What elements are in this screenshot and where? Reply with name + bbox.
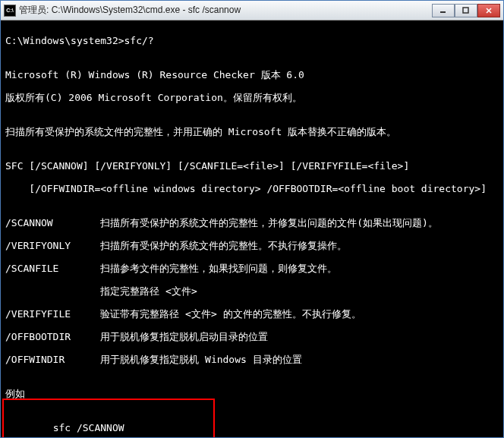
terminal-output[interactable]: C:\Windows\system32>sfc/? Microsoft (R) … [1,20,503,437]
output-line: /SCANNOW 扫描所有受保护的系统文件的完整性，并修复出问题的文件(如果出现… [5,217,499,228]
output-line: [/OFFWINDIR=<offline windows directory> … [5,183,499,194]
window-controls [432,4,500,17]
window-titlebar: C:\ 管理员: C:\Windows\System32\cmd.exe - s… [1,1,503,20]
output-line: 版权所有(C) 2006 Microsoft Corporation。保留所有权… [5,92,499,103]
prompt-line: C:\Windows\system32>sfc/? [5,35,499,46]
output-line: /OFFWINDIR 用于脱机修复指定脱机 Windows 目录的位置 [5,354,499,365]
output-line: SFC [/SCANNOW] [/VERIFYONLY] [/SCANFILE=… [5,160,499,172]
output-line: /OFFBOOTDIR 用于脱机修复指定脱机启动目录的位置 [5,331,499,342]
output-line: /VERIFYONLY 扫描所有受保护的系统文件的完整性。不执行修复操作。 [5,240,499,251]
cmd-icon: C:\ [4,5,16,17]
output-line: 例如 [5,388,499,399]
output-line: Microsoft (R) Windows (R) Resource Check… [5,69,499,80]
output-line: 扫描所有受保护的系统文件的完整性，并用正确的 Microsoft 版本替换不正确… [5,126,499,137]
output-line: 指定完整路径 <文件> [5,285,499,297]
window-title: 管理员: C:\Windows\System32\cmd.exe - sfc /… [19,4,432,17]
output-line: /SCANFILE 扫描参考文件的完整性，如果找到问题，则修复文件。 [5,263,499,274]
output-line: /VERIFYFILE 验证带有完整路径 <文件> 的文件的完整性。不执行修复。 [5,308,499,320]
svg-rect-1 [463,8,468,13]
minimize-button[interactable] [432,4,455,17]
output-line: sfc /SCANNOW [5,422,499,433]
close-button[interactable] [477,4,500,17]
maximize-button[interactable] [455,4,477,17]
